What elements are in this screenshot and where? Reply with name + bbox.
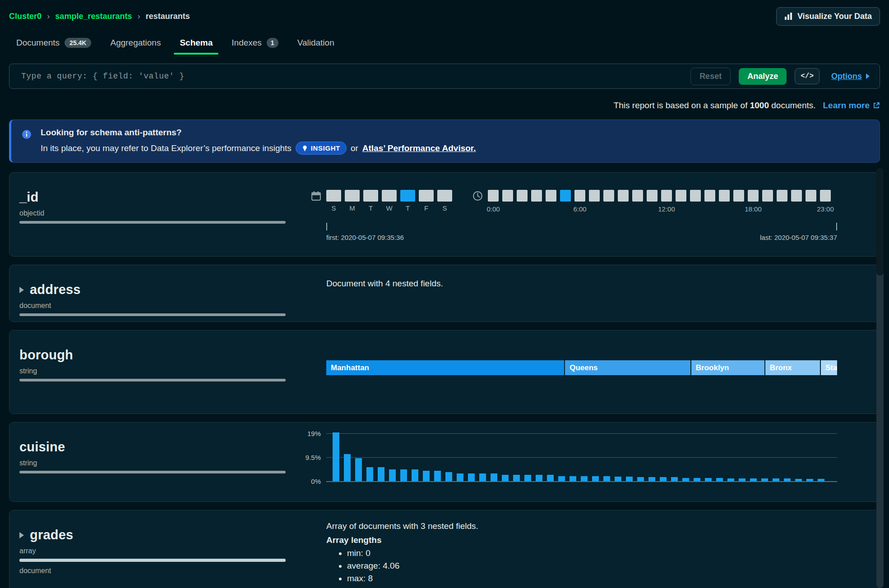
weekday-bar[interactable] (437, 190, 452, 202)
cuisine-bar[interactable] (389, 469, 396, 481)
tab-indexes[interactable]: Indexes 1 (224, 33, 285, 55)
borough-segment[interactable]: Manhattan (326, 360, 564, 375)
cuisine-bar[interactable] (581, 476, 588, 481)
field-type-document[interactable]: document (19, 302, 51, 310)
tab-schema[interactable]: Schema (172, 33, 220, 55)
hour-bar[interactable] (517, 190, 528, 202)
cuisine-bar[interactable] (671, 477, 678, 481)
hour-bar[interactable] (820, 190, 831, 202)
field-type-array[interactable]: array (19, 547, 36, 555)
options-toggle[interactable]: Options (831, 72, 870, 81)
type-distribution-bar[interactable] (19, 471, 286, 473)
code-toggle-button[interactable]: </> (795, 68, 820, 84)
type-distribution-bar[interactable] (19, 559, 286, 562)
hour-bar[interactable] (589, 190, 600, 202)
borough-segment[interactable]: Bronx (765, 360, 820, 375)
tab-documents[interactable]: Documents 25.4K (9, 33, 98, 55)
analyze-button[interactable]: Analyze (739, 68, 787, 85)
hour-bar[interactable] (603, 190, 614, 202)
insight-badge[interactable]: INSIGHT (296, 142, 347, 155)
cuisine-bar[interactable] (716, 478, 723, 481)
hour-bar[interactable] (690, 190, 701, 202)
cuisine-bar[interactable] (739, 478, 745, 481)
breadcrumb-database[interactable]: sample_restaurants (55, 12, 132, 21)
weekday-bar[interactable] (400, 190, 415, 202)
cuisine-bar[interactable] (366, 467, 373, 481)
cuisine-bar[interactable] (660, 477, 667, 481)
hour-bar[interactable] (806, 190, 816, 202)
cuisine-bar[interactable] (682, 478, 689, 481)
breadcrumb-cluster[interactable]: Cluster0 (9, 12, 42, 21)
field-type-document[interactable]: document (19, 567, 51, 575)
cuisine-bar[interactable] (333, 432, 339, 481)
query-input[interactable] (20, 71, 690, 81)
hour-bar[interactable] (560, 190, 571, 202)
cuisine-bar[interactable] (648, 477, 655, 481)
cuisine-bar[interactable] (592, 476, 599, 481)
cuisine-bar[interactable] (412, 469, 418, 481)
cuisine-bar[interactable] (502, 475, 509, 481)
cuisine-bar[interactable] (400, 469, 407, 481)
hour-bar[interactable] (791, 190, 802, 202)
cuisine-bar[interactable] (773, 478, 779, 481)
field-type-objectid[interactable]: objectid (19, 209, 44, 217)
cuisine-bar[interactable] (547, 475, 554, 481)
expand-caret-icon[interactable] (19, 532, 24, 538)
performance-advisor-link[interactable]: Atlas’ Performance Advisor. (362, 143, 476, 153)
weekday-bar[interactable] (345, 190, 360, 202)
cuisine-bar[interactable] (626, 477, 633, 481)
type-distribution-bar[interactable] (19, 221, 286, 224)
cuisine-bar[interactable] (705, 478, 712, 481)
cuisine-bar[interactable] (727, 478, 734, 481)
hour-bar[interactable] (704, 190, 715, 202)
hour-bar[interactable] (647, 190, 657, 202)
field-type-string[interactable]: string (19, 367, 37, 375)
cuisine-bar[interactable] (761, 478, 768, 481)
borough-segment[interactable]: Queens (565, 360, 690, 375)
hour-bar[interactable] (531, 190, 542, 202)
visualize-data-button[interactable]: Visualize Your Data (776, 7, 880, 26)
cuisine-bar[interactable] (570, 476, 576, 481)
hour-bar[interactable] (719, 190, 730, 202)
hour-bar[interactable] (733, 190, 744, 202)
tab-aggregations[interactable]: Aggregations (103, 33, 168, 55)
cuisine-bar[interactable] (615, 477, 621, 481)
cuisine-bar[interactable] (806, 479, 813, 481)
cuisine-bar[interactable] (750, 478, 757, 481)
hour-bar[interactable] (546, 190, 556, 202)
hour-bar[interactable] (488, 190, 499, 202)
cuisine-bar[interactable] (434, 471, 441, 481)
hour-bar[interactable] (661, 190, 672, 202)
cuisine-bar[interactable] (513, 475, 520, 481)
weekday-bar[interactable] (326, 190, 341, 202)
cuisine-bar[interactable] (457, 473, 463, 481)
cuisine-bar[interactable] (524, 475, 531, 481)
cuisine-bar[interactable] (378, 467, 384, 481)
cuisine-bar[interactable] (637, 477, 644, 481)
weekday-bar[interactable] (382, 190, 397, 202)
cuisine-bar[interactable] (491, 473, 497, 481)
hour-bar[interactable] (502, 190, 513, 202)
reset-button[interactable]: Reset (690, 68, 731, 85)
hour-bar[interactable] (777, 190, 787, 202)
cuisine-bar[interactable] (344, 454, 351, 481)
weekday-bar[interactable] (419, 190, 434, 202)
hour-bar[interactable] (632, 190, 643, 202)
cuisine-bar[interactable] (423, 471, 430, 481)
cuisine-bar[interactable] (536, 475, 542, 481)
learn-more-link[interactable]: Learn more (823, 101, 880, 110)
borough-segment[interactable]: Staten Island (821, 360, 837, 375)
type-distribution-bar[interactable] (19, 379, 286, 381)
type-distribution-bar[interactable] (19, 313, 286, 316)
scrollbar[interactable] (876, 168, 884, 588)
cuisine-bar[interactable] (784, 478, 791, 481)
field-type-string[interactable]: string (19, 459, 37, 467)
expand-caret-icon[interactable] (19, 287, 24, 293)
cuisine-bar[interactable] (468, 473, 475, 481)
cuisine-bar[interactable] (795, 479, 802, 481)
cuisine-bar[interactable] (558, 476, 565, 481)
cuisine-bar[interactable] (818, 479, 824, 481)
hour-bar[interactable] (574, 190, 585, 202)
weekday-bar[interactable] (363, 190, 378, 202)
cuisine-bar[interactable] (445, 472, 452, 481)
